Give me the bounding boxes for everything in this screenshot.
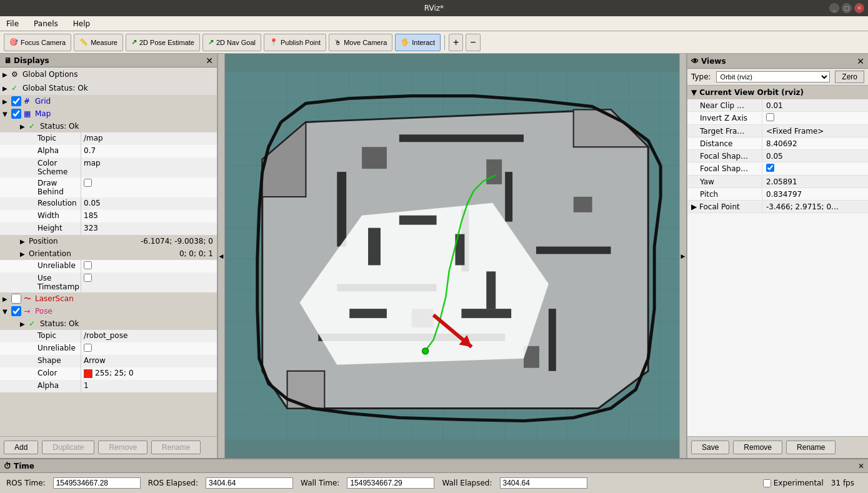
laserscan-item[interactable]: ▶ 〜 LaserScan — [0, 292, 217, 305]
global-status-label: Global Status: Ok — [22, 84, 214, 92]
svg-rect-31 — [337, 172, 346, 247]
svg-rect-48 — [349, 309, 387, 318]
ros-time-input[interactable] — [53, 477, 141, 489]
close-button[interactable]: ✕ — [854, 3, 864, 13]
grid-item[interactable]: ▶ # Grid — [0, 95, 217, 107]
focal-shape1-value: 0.05 — [762, 151, 868, 162]
focus-camera-button[interactable]: 🎯 Focus Camera — [4, 34, 71, 51]
maximize-button[interactable]: □ — [842, 3, 852, 13]
publish-point-button[interactable]: 📍 Publish Point — [264, 34, 326, 51]
title-bar: RViz* _ □ ✕ — [0, 0, 868, 16]
map-status-item[interactable]: ▶ ✓ Status: Ok — [0, 120, 217, 132]
svg-rect-35 — [505, 172, 512, 222]
map-usetimestamp-value[interactable] — [81, 272, 217, 292]
map-checkbox[interactable] — [11, 109, 21, 119]
map-unreliable-value[interactable] — [81, 260, 217, 272]
near-clip-value: 0.01 — [762, 100, 868, 111]
map-drawbehind-checkbox[interactable] — [84, 179, 92, 187]
map-usetimestamp-checkbox[interactable] — [84, 274, 92, 282]
pose-unreliable-checkbox[interactable] — [84, 344, 92, 352]
grid-label: Grid — [35, 97, 217, 106]
experimental-checkbox[interactable] — [763, 479, 771, 487]
menu-help[interactable]: Help — [71, 19, 92, 29]
left-collapse-handle[interactable]: ◀ — [217, 54, 225, 458]
add-button[interactable]: Add — [4, 441, 38, 454]
menu-panels[interactable]: Panels — [31, 19, 61, 29]
left-collapse-icon: ◀ — [219, 253, 224, 259]
focal-shape1-row: Focal Shap… 0.05 — [687, 150, 868, 162]
right-collapse-handle[interactable]: ▶ — [679, 54, 687, 458]
pose-shape-row: Shape Arrow — [0, 355, 217, 367]
rename-button[interactable]: Rename — [151, 441, 201, 454]
views-buttons: Save Remove Rename — [687, 436, 868, 458]
viewport[interactable] — [225, 54, 679, 458]
map-alpha-row: Alpha 0.7 — [0, 145, 217, 157]
remove-view-button[interactable]: Remove — [733, 441, 782, 454]
pose-item[interactable]: ▼ → Pose — [0, 305, 217, 317]
minimize-button[interactable]: _ — [829, 3, 839, 13]
invert-z-value[interactable] — [762, 112, 868, 124]
remove-display-button[interactable]: − — [466, 34, 480, 51]
grid-icon: # — [24, 97, 35, 106]
add-display-button[interactable]: + — [449, 34, 463, 51]
pose-status-label: Status: Ok — [40, 319, 217, 328]
ros-elapsed-input[interactable] — [206, 477, 293, 489]
2d-pose-estimate-button[interactable]: ↗ 2D Pose Estimate — [126, 34, 200, 51]
focal-point-row[interactable]: ▶ Focal Point -3.466; 2.9715; 0… — [687, 201, 868, 213]
interact-button[interactable]: 🖐 Interact — [395, 34, 441, 51]
zero-button[interactable]: Zero — [835, 71, 864, 83]
duplicate-button[interactable]: Duplicate — [42, 441, 94, 454]
displays-tree[interactable]: ▶ ⚙ Global Options ▶ ✓ Global Status: Ok… — [0, 67, 217, 436]
map-item[interactable]: ▼ ▦ Map — [0, 107, 217, 120]
save-view-button[interactable]: Save — [691, 441, 729, 454]
pose-checkbox[interactable] — [11, 306, 21, 316]
views-type-select[interactable]: Orbit (rviz) — [716, 71, 831, 82]
global-options-item[interactable]: ▶ ⚙ Global Options — [0, 67, 217, 81]
wall-elapsed-input[interactable] — [500, 477, 587, 489]
pose-unreliable-row: Unreliable — [0, 342, 217, 355]
invert-z-row: Invert Z Axis — [687, 112, 868, 125]
views-close-button[interactable]: ✕ — [857, 56, 864, 66]
map-topic-row: Topic /map — [0, 132, 217, 145]
distance-label: Distance — [687, 138, 762, 149]
svg-rect-32 — [399, 134, 524, 142]
svg-rect-40 — [486, 159, 502, 184]
focal-shape2-value[interactable] — [762, 162, 868, 175]
laserscan-checkbox[interactable] — [11, 294, 21, 304]
distance-row: Distance 8.40692 — [687, 137, 868, 150]
map-position-item[interactable]: ▶ Position -6.1074; -9.0038; 0 — [0, 235, 217, 247]
move-camera-button[interactable]: 🖱 Move Camera — [329, 34, 392, 51]
pose-status-item[interactable]: ▶ ✓ Status: Ok — [0, 317, 217, 330]
current-view-header[interactable]: ▼ Current View Orbit (rviz) — [687, 86, 868, 99]
publish-point-label: Publish Point — [281, 39, 321, 46]
svg-rect-46 — [399, 216, 437, 225]
measure-button[interactable]: 📏 Measure — [74, 34, 123, 51]
map-orientation-item[interactable]: ▶ Orientation 0; 0; 0; 1 — [0, 247, 217, 260]
pose-unreliable-value[interactable] — [81, 342, 217, 355]
pose-estimate-icon: ↗ — [131, 38, 137, 46]
map-height-value: 323 — [81, 222, 217, 235]
interact-label: Interact — [412, 39, 435, 46]
map-unreliable-checkbox[interactable] — [84, 261, 92, 269]
2d-nav-goal-button[interactable]: ↗ 2D Nav Goal — [202, 34, 261, 51]
pitch-row: Pitch 0.834797 — [687, 188, 868, 201]
displays-close-button[interactable]: ✕ — [206, 56, 213, 66]
rename-view-button[interactable]: Rename — [786, 441, 836, 454]
time-close-button[interactable]: ✕ — [858, 462, 864, 471]
focal-shape2-checkbox[interactable] — [766, 164, 774, 172]
map-width-label: Width — [0, 210, 81, 222]
map-visualization — [225, 54, 679, 458]
wall-time-input[interactable] — [347, 477, 434, 489]
grid-checkbox[interactable] — [11, 96, 21, 106]
map-drawbehind-value[interactable] — [81, 177, 217, 197]
map-unreliable-label: Unreliable — [0, 260, 81, 272]
svg-rect-50 — [486, 271, 496, 309]
global-status-item[interactable]: ▶ ✓ Global Status: Ok — [0, 81, 217, 95]
views-tree[interactable]: ▼ Current View Orbit (rviz) Near Clip … … — [687, 86, 868, 436]
menu-file[interactable]: File — [4, 19, 21, 29]
remove-button[interactable]: Remove — [98, 441, 147, 454]
svg-rect-38 — [549, 309, 556, 371]
invert-z-checkbox[interactable] — [766, 113, 774, 121]
laserscan-label: LaserScan — [35, 294, 217, 303]
wall-time-label: Wall Time: — [301, 479, 339, 487]
